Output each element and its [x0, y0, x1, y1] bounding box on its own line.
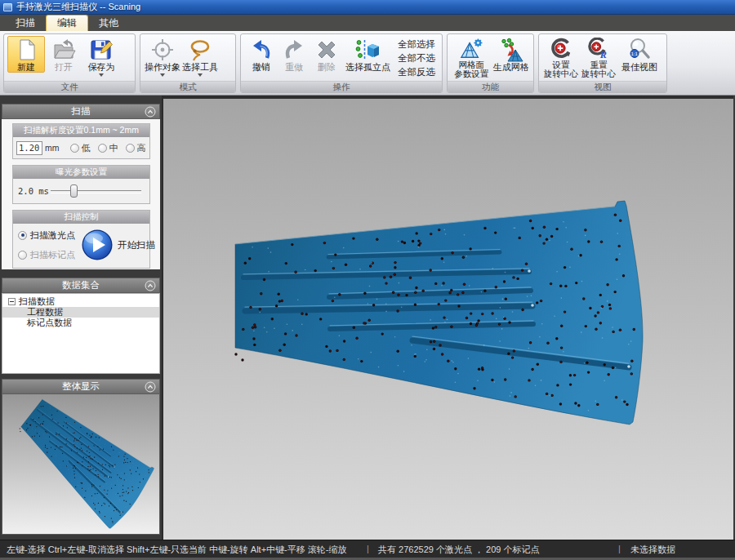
overview-section-header: 整体显示: [2, 379, 160, 394]
group-label-view: 视图: [539, 81, 666, 92]
status-separator-2: |: [618, 544, 621, 553]
start-scan-button[interactable]: [81, 229, 114, 261]
delete-button[interactable]: 删除: [310, 36, 343, 73]
status-point-counts: 共有 2762529 个激光点 ， 209 个标记点: [378, 544, 539, 556]
tab-scan[interactable]: 扫描: [5, 15, 46, 31]
mesh-gear-icon: [460, 38, 483, 60]
open-folder-icon: [51, 38, 76, 62]
lasso-icon: [188, 38, 212, 62]
set-rotation-center-icon: [550, 38, 572, 60]
overview-collapse-button[interactable]: [145, 381, 156, 393]
exposure-slider[interactable]: [51, 184, 141, 198]
best-view-button[interactable]: 1:1 最佳视图: [617, 36, 662, 73]
tree-collapse-icon[interactable]: [8, 298, 16, 305]
generate-mesh-button[interactable]: 生成网格: [492, 36, 530, 73]
app-window: 手持激光三维扫描仪 -- Scaning 扫描 编辑 其他 新建: [0, 0, 735, 560]
exposure-slider-thumb[interactable]: [70, 184, 78, 198]
set-rotation-center-button[interactable]: 设置 旋转中心: [542, 36, 580, 79]
reset-rotation-center-icon: R: [587, 38, 610, 60]
new-document-icon: [14, 38, 38, 62]
viewport-3d[interactable]: [163, 96, 733, 540]
status-separator-1: |: [367, 544, 369, 553]
radio-scan-marker[interactable]: [18, 251, 27, 260]
app-icon: [3, 3, 12, 11]
operation-target-button[interactable]: 操作对象: [144, 36, 181, 78]
undo-icon: [249, 38, 274, 62]
mesh-params-button[interactable]: 网格面 参数设置: [451, 36, 492, 79]
group-label-function: 功能: [448, 81, 533, 92]
scan-section-title: 扫描: [72, 105, 91, 118]
select-tool-caret: [198, 73, 203, 77]
status-mouse-hints: 左键-选择 Ctrl+左键-取消选择 Shift+左键-只选当前 中键-旋转 A…: [7, 544, 347, 556]
title-bar[interactable]: 手持激光三维扫描仪 -- Scaning: [0, 0, 735, 15]
resolution-option-low[interactable]: 低: [70, 142, 91, 154]
save-floppy-icon: [89, 38, 114, 62]
status-selection-state: 未选择数据: [630, 544, 675, 556]
radio-high[interactable]: [126, 144, 135, 153]
resolution-box-header: 扫描解析度设置0.1mm ~ 2mm: [13, 124, 149, 137]
svg-text:1:1: 1:1: [631, 51, 639, 56]
ribbon-group-view: 设置 旋转中心 R 重置 旋转中心: [538, 33, 667, 93]
data-tree: 扫描数据 工程数据 标记点数据: [2, 293, 160, 374]
resolution-unit: mm: [45, 143, 60, 153]
new-button[interactable]: 新建: [7, 36, 45, 73]
group-label-file: 文件: [4, 81, 135, 92]
data-collapse-button[interactable]: [145, 280, 156, 291]
ribbon-group-function: 网格面 参数设置 生成网格: [447, 33, 534, 93]
tree-item-marker-data[interactable]: 标记点数据: [2, 318, 159, 328]
svg-text:R: R: [599, 49, 607, 60]
scan-marker-option[interactable]: 扫描标记点: [18, 249, 75, 261]
select-invert-button[interactable]: 全部反选: [394, 65, 439, 79]
group-label-edit: 操作: [241, 81, 442, 92]
undo-button[interactable]: 撤销: [244, 36, 278, 73]
scan-control-header: 扫描控制: [13, 211, 149, 224]
target-crosshair-icon: [150, 38, 175, 62]
resolution-input[interactable]: [16, 141, 42, 155]
exposure-value: 2.0 ms: [18, 186, 51, 196]
start-scan-label: 开始扫描: [118, 239, 155, 251]
ribbon: 新建 打开: [0, 31, 735, 96]
delete-x-icon: [314, 38, 339, 62]
exposure-box: 曝光参数设置 2.0 ms: [12, 165, 150, 204]
redo-icon: [282, 38, 306, 62]
select-all-button[interactable]: 全部选择: [394, 38, 439, 51]
overview-section-title: 整体显示: [62, 380, 100, 393]
radio-scan-laser[interactable]: [18, 231, 27, 240]
ribbon-tabstrip: 扫描 编辑 其他: [0, 15, 735, 31]
window-title: 手持激光三维扫描仪 -- Scaning: [16, 1, 140, 13]
save-as-dropdown-caret: [99, 73, 104, 77]
operation-target-caret: [160, 73, 165, 77]
status-bar: 左键-选择 Ctrl+左键-取消选择 Shift+左键-只选当前 中键-旋转 A…: [0, 540, 735, 560]
save-as-button[interactable]: 保存为: [82, 36, 120, 78]
tab-edit[interactable]: 编辑: [46, 15, 88, 31]
scanned-model: [163, 99, 733, 540]
resolution-box: 扫描解析度设置0.1mm ~ 2mm mm 低 中: [12, 123, 150, 159]
group-label-mode: 模式: [140, 81, 235, 92]
scan-section-body: 扫描解析度设置0.1mm ~ 2mm mm 低 中: [2, 119, 160, 269]
isolated-points-icon: [355, 38, 380, 62]
data-section-title: 数据集合: [62, 279, 100, 291]
tree-item-project-data[interactable]: 工程数据: [2, 307, 159, 318]
ribbon-group-file: 新建 打开: [3, 33, 136, 93]
resolution-option-mid[interactable]: 中: [98, 142, 118, 154]
scan-section-header: 扫描: [2, 104, 160, 119]
scan-collapse-button[interactable]: [145, 106, 156, 118]
ribbon-group-mode: 操作对象 选择工具 模式: [140, 33, 236, 93]
overview-preview: [2, 394, 160, 535]
scan-control-box: 扫描控制 扫描激光点 扫描标记点: [12, 210, 150, 269]
resolution-option-high[interactable]: 高: [126, 142, 146, 154]
ribbon-group-edit: 撤销 重做 删除: [240, 33, 443, 93]
radio-low[interactable]: [70, 144, 79, 153]
data-section-header: 数据集合: [2, 278, 160, 293]
select-none-button[interactable]: 全部不选: [394, 51, 439, 65]
open-button[interactable]: 打开: [45, 36, 82, 73]
tree-item-scan-data[interactable]: 扫描数据: [2, 296, 159, 307]
reset-rotation-center-button[interactable]: R 重置 旋转中心: [580, 36, 617, 79]
tab-other[interactable]: 其他: [88, 15, 129, 31]
select-tool-button[interactable]: 选择工具: [181, 36, 219, 78]
scan-laser-option[interactable]: 扫描激光点: [18, 229, 75, 242]
select-isolated-button[interactable]: 选择孤立点: [343, 36, 393, 73]
exposure-box-header: 曝光参数设置: [13, 166, 149, 179]
redo-button[interactable]: 重做: [278, 36, 310, 73]
radio-mid[interactable]: [98, 144, 107, 153]
